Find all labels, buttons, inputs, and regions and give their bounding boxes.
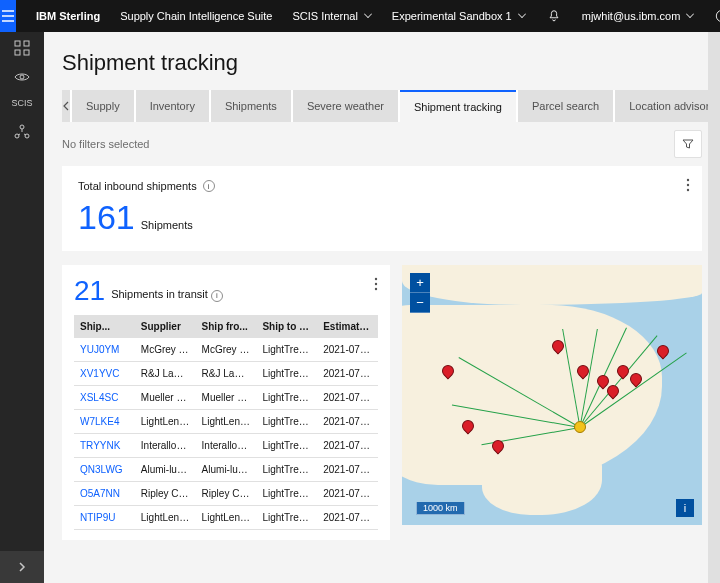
svg-rect-12 — [24, 41, 29, 46]
map-zoom-controls: + − — [410, 273, 430, 313]
cell-eta: 2021-07-26 — [317, 338, 378, 362]
map-hub-marker[interactable] — [574, 421, 586, 433]
info-icon[interactable]: i — [203, 180, 215, 192]
tab-parcel-search[interactable]: Parcel search — [518, 90, 613, 122]
svg-rect-14 — [24, 50, 29, 55]
cell-to: LightTree P... — [256, 506, 317, 530]
map-scale: 1000 km — [416, 502, 465, 515]
environment-dropdown[interactable]: Experimental Sandbox 1 — [382, 10, 536, 22]
rail-item-network[interactable] — [0, 124, 44, 140]
suite-label[interactable]: Supply Chain Intelligence Suite — [110, 10, 282, 22]
cell-supplier: Mueller OEM — [135, 386, 196, 410]
cell-to: LightTree P... — [256, 482, 317, 506]
cell-from: LightLens I... — [196, 410, 257, 434]
filter-icon — [682, 138, 694, 150]
zoom-in-button[interactable]: + — [410, 273, 430, 293]
svg-point-15 — [20, 75, 24, 79]
col-ship-to[interactable]: Ship to lo... — [256, 315, 317, 338]
svg-point-20 — [687, 184, 689, 186]
user-menu[interactable]: mjwhit@us.ibm.com — [572, 10, 705, 22]
cell-eta: 2021-07-25 — [317, 434, 378, 458]
cell-supplier: Ripley Cont... — [135, 482, 196, 506]
main-content: Shipment tracking Supply Inventory Shipm… — [44, 32, 720, 583]
rail-item-scis[interactable]: SCIS — [0, 98, 44, 108]
table-row[interactable]: W7LKE4LightLens I...LightLens I...LightT… — [74, 410, 378, 434]
cell-supplier: LightLens I... — [135, 506, 196, 530]
shipment-id-link[interactable]: QN3LWG — [74, 458, 135, 482]
table-row[interactable]: TRYYNKInteralloy ...Interalloy ...LightT… — [74, 434, 378, 458]
cell-to: LightTree P... — [256, 386, 317, 410]
no-filters-label: No filters selected — [62, 138, 149, 150]
rail-item-eye[interactable] — [0, 72, 44, 82]
table-row[interactable]: QN3LWGAlumi-lux ...Alumi-lux ...LightTre… — [74, 458, 378, 482]
zoom-out-button[interactable]: − — [410, 293, 430, 313]
cell-from: Mueller OE... — [196, 386, 257, 410]
col-supplier[interactable]: Supplier — [135, 315, 196, 338]
col-shipment[interactable]: Ship... — [74, 315, 135, 338]
shipment-id-link[interactable]: XSL4SC — [74, 386, 135, 410]
svg-point-23 — [375, 283, 377, 285]
overflow-icon — [374, 277, 378, 291]
cell-from: McGrey Ele... — [196, 338, 257, 362]
cell-eta: 2021-07-26 — [317, 386, 378, 410]
card-overflow-menu[interactable] — [686, 178, 690, 195]
cell-from: LightLens I... — [196, 506, 257, 530]
shipment-id-link[interactable]: W7LKE4 — [74, 410, 135, 434]
hamburger-menu-button[interactable] — [0, 0, 16, 32]
cell-to: LightTree P... — [256, 434, 317, 458]
tab-shipments[interactable]: Shipments — [211, 90, 291, 122]
tab-inventory[interactable]: Inventory — [136, 90, 209, 122]
tab-severe-weather[interactable]: Severe weather — [293, 90, 398, 122]
filter-bar: No filters selected — [62, 122, 702, 166]
cell-to: LightTree P... — [256, 362, 317, 386]
rail-expand-button[interactable] — [0, 551, 44, 583]
filter-button[interactable] — [674, 130, 702, 158]
map-info-button[interactable]: i — [676, 499, 694, 517]
map-card[interactable]: + − 1000 km i — [402, 265, 702, 525]
kpi-title: Total inbound shipments — [78, 180, 197, 192]
top-header: IBM Sterling Supply Chain Intelligence S… — [0, 0, 720, 32]
svg-point-22 — [375, 278, 377, 280]
shipment-id-link[interactable]: YUJ0YM — [74, 338, 135, 362]
table-row[interactable]: XV1YVCR&J Lamp ...R&J Lamp ...LightTree … — [74, 362, 378, 386]
cell-eta: 2021-07-26 — [317, 410, 378, 434]
hamburger-icon — [0, 8, 16, 24]
transit-table: Ship... Supplier Ship fro... Ship to lo.… — [74, 315, 378, 530]
transit-label: Shipments in transit — [111, 288, 208, 300]
network-icon — [14, 124, 30, 140]
shipment-id-link[interactable]: XV1YVC — [74, 362, 135, 386]
rail-item-apps[interactable] — [0, 40, 44, 56]
shipment-id-link[interactable]: O5A7NN — [74, 482, 135, 506]
shipment-id-link[interactable]: NTIP9U — [74, 506, 135, 530]
workspace-dropdown[interactable]: SCIS Internal — [282, 10, 381, 22]
scrollbar[interactable] — [708, 32, 720, 583]
brand-label[interactable]: IBM Sterling — [26, 10, 110, 22]
tab-location-advisories[interactable]: Location advisorie — [615, 90, 720, 122]
table-row[interactable]: NTIP9ULightLens I...LightLens I...LightT… — [74, 506, 378, 530]
help-icon: ? — [714, 8, 720, 24]
left-nav-rail: SCIS — [0, 32, 44, 583]
col-estimate[interactable]: Estimate... — [317, 315, 378, 338]
col-ship-from[interactable]: Ship fro... — [196, 315, 257, 338]
overflow-icon — [686, 178, 690, 192]
tab-supply[interactable]: Supply — [72, 90, 134, 122]
notifications-button[interactable] — [536, 8, 572, 24]
tabs-prev-button[interactable] — [62, 90, 70, 122]
bell-icon — [546, 8, 562, 24]
table-row[interactable]: YUJ0YMMcGrey Ele...McGrey Ele...LightTre… — [74, 338, 378, 362]
chevron-right-icon — [17, 562, 27, 572]
help-button[interactable]: ? — [704, 8, 720, 24]
info-icon[interactable]: i — [211, 290, 223, 302]
shipment-id-link[interactable]: TRYYNK — [74, 434, 135, 458]
apps-icon — [14, 40, 30, 56]
card-overflow-menu[interactable] — [374, 277, 378, 294]
tab-shipment-tracking[interactable]: Shipment tracking — [400, 90, 516, 122]
svg-point-21 — [687, 189, 689, 191]
cell-from: Alumi-lux ... — [196, 458, 257, 482]
table-row[interactable]: O5A7NNRipley Cont...Ripley Cont...LightT… — [74, 482, 378, 506]
table-row[interactable]: XSL4SCMueller OEMMueller OE...LightTree … — [74, 386, 378, 410]
chevron-left-icon — [62, 101, 70, 111]
cell-eta: 2021-07-21 — [317, 458, 378, 482]
cell-eta: 2021-07-26 — [317, 482, 378, 506]
eye-icon — [14, 72, 30, 82]
